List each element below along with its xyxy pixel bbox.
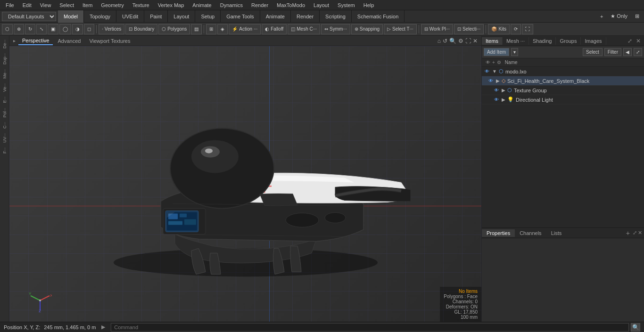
menu-layout[interactable]: Layout (310, 1, 333, 9)
tab-model[interactable]: Model (58, 10, 84, 23)
menu-animate[interactable]: Animate (189, 1, 215, 9)
item-row-modo-lxo[interactable]: 👁 ▼ ⬡ modo.lxo (482, 67, 644, 76)
vp-tab-perspective[interactable]: Perspective (18, 37, 53, 45)
vp-settings-icon[interactable]: ⚙ (458, 38, 463, 44)
tab-render[interactable]: Render (291, 10, 320, 23)
sym-btn[interactable]: ⊞ (206, 24, 216, 34)
select-button[interactable]: Select (583, 48, 603, 56)
tab-topology[interactable]: Topology (84, 10, 116, 23)
tab-schematic-fusion[interactable]: Schematic Fusion (352, 10, 405, 23)
action-btn[interactable]: ⚡ Action ··· (229, 24, 261, 34)
add-tab-button[interactable]: + (597, 13, 606, 20)
vp-close-icon[interactable]: ✕ (473, 38, 478, 44)
vp-rotate-icon[interactable]: ↺ (443, 38, 447, 44)
move-btn[interactable]: ⊕ (14, 24, 24, 34)
expand-icon-tex[interactable]: ▶ (502, 88, 505, 93)
menu-maxtomodo[interactable]: MaxToModo (273, 1, 309, 9)
props-tab-lists[interactable]: Lists (546, 229, 567, 237)
vis-btn-tex[interactable]: 👁 (493, 88, 500, 93)
vis-btn[interactable]: ◈ (217, 24, 228, 34)
viewport-collapse-icon[interactable]: ▸ (13, 38, 16, 43)
selecti-btn[interactable]: ⊡ Selecti··· (454, 24, 484, 34)
menu-file[interactable]: File (2, 1, 18, 9)
menu-item[interactable]: Item (79, 1, 96, 9)
props-tab-properties[interactable]: Properties (482, 229, 515, 237)
menu-dynamics[interactable]: Dynamics (216, 1, 247, 9)
boundary-btn[interactable]: ⊡ Boundary (125, 24, 157, 34)
maximize-button[interactable]: ⊞ (632, 12, 642, 20)
sidebar-tab-c[interactable]: C··· (1, 120, 8, 130)
half-btn[interactable]: ◑ (72, 24, 83, 34)
tab-game-tools[interactable]: Game Tools (221, 10, 260, 23)
vis-btn-light[interactable]: 👁 (493, 97, 500, 102)
item-row-sci-fi[interactable]: 👁 ▶ ◇ Sci_Fi_Health_Care_System_Black (482, 76, 644, 86)
menu-select[interactable]: Select (56, 1, 78, 9)
expand-icon-light[interactable]: ▶ (502, 97, 505, 102)
add-item-button[interactable]: Add Item (484, 48, 509, 56)
sidebar-tab-e[interactable]: E··· (1, 95, 8, 105)
rp-tab-groups[interactable]: Groups (556, 37, 581, 45)
vis-btn-modo[interactable]: 👁 (484, 69, 490, 74)
work-plane-btn[interactable]: ⊟ Work Pl··· (421, 24, 453, 34)
item-row-tex-group[interactable]: 👁 ▶ ⬡ Texture Group (482, 86, 644, 95)
scale-btn[interactable]: ⤡ (36, 24, 47, 34)
mesh-btn[interactable]: ◫ Mesh C··· (288, 24, 320, 34)
layouts-dropdown[interactable]: Default Layouts (2, 12, 56, 21)
vertices-btn[interactable]: · Vertices (99, 24, 124, 34)
rp-expand-icon[interactable]: ⤢ (626, 38, 634, 44)
expand-icon-sci-fi[interactable]: ▶ (496, 78, 500, 83)
rp-tab-items[interactable]: Items (482, 37, 503, 45)
menu-vertex-map[interactable]: Vertex Map (154, 1, 188, 9)
box-btn[interactable]: ▣ (48, 24, 58, 34)
vp-tab-textures[interactable]: Viewport Textures (85, 37, 134, 45)
menu-help[interactable]: Help (360, 1, 378, 9)
fullscreen-btn[interactable]: ⛶ (522, 24, 533, 34)
items-collapse-btn[interactable]: ◀ (623, 48, 632, 56)
vp-maximize-icon[interactable]: ⛶ (465, 38, 471, 44)
mode-btn[interactable]: ▤ (191, 24, 202, 34)
select-t-btn[interactable]: ▷ Select T··· (384, 24, 417, 34)
vp-home-icon[interactable]: ⌂ (438, 38, 441, 44)
polygon-icon-btn[interactable]: ⬡ (2, 24, 13, 34)
tab-animate[interactable]: Animate (260, 10, 291, 23)
extra-btn[interactable]: ◻ (84, 24, 94, 34)
props-tab-channels[interactable]: Channels (515, 229, 546, 237)
vp-zoom-icon[interactable]: 🔍 (449, 38, 456, 44)
falloff-btn[interactable]: ◐ Falloff (262, 24, 287, 34)
sidebar-tab-de[interactable]: De··· (1, 38, 8, 50)
rp-tab-mesh[interactable]: Mesh ··· (503, 37, 529, 45)
refresh-btn[interactable]: ⟳ (511, 24, 521, 34)
tab-paint[interactable]: Paint (144, 10, 168, 23)
rotate-btn[interactable]: ↻ (25, 24, 35, 34)
items-expand-btn[interactable]: ⤢ (634, 48, 642, 56)
star-only-button[interactable]: ★ Only (608, 12, 630, 20)
tab-setup[interactable]: Setup (195, 10, 221, 23)
symm-btn[interactable]: ⇔ Symm··· (321, 24, 350, 34)
add-item-dropdown-icon[interactable]: ▾ (511, 48, 518, 56)
tab-uvedit[interactable]: UVEdit (116, 10, 144, 23)
rp-tab-shading[interactable]: Shading (529, 37, 556, 45)
sidebar-tab-pol[interactable]: Pol··· (1, 106, 8, 120)
rp-collapse-icon[interactable]: ✕ (635, 38, 642, 44)
status-arrow-btn[interactable]: ▶ (99, 324, 107, 330)
menu-texture[interactable]: Texture (129, 1, 153, 9)
props-collapse-icon[interactable]: ✕ (638, 230, 642, 236)
sidebar-tab-f[interactable]: F··· (1, 146, 8, 155)
command-search-btn[interactable]: 🔍 (631, 323, 640, 332)
tab-layout[interactable]: Layout (168, 10, 195, 23)
kits-btn[interactable]: 📦 Kits (488, 24, 510, 34)
viewport-canvas[interactable]: X Y Z No Items Polygons : Face Channels:… (9, 46, 481, 322)
sphere-btn[interactable]: ◯ (59, 24, 71, 34)
expand-icon-modo[interactable]: ▼ (492, 69, 497, 74)
snapping-btn[interactable]: ⊛ Snapping (351, 24, 383, 34)
sidebar-tab-dup[interactable]: Dup··· (1, 51, 8, 66)
menu-system[interactable]: System (334, 1, 359, 9)
rp-tab-images[interactable]: Images (581, 37, 606, 45)
vis-btn-sci-fi[interactable]: 👁 (487, 78, 494, 83)
menu-edit[interactable]: Edit (19, 1, 35, 9)
tab-scripting[interactable]: Scripting (320, 10, 352, 23)
sidebar-tab-me[interactable]: Me··· (1, 67, 8, 81)
menu-geometry[interactable]: Geometry (97, 1, 127, 9)
filter-button[interactable]: Filter (604, 48, 621, 56)
command-input[interactable] (111, 323, 629, 332)
